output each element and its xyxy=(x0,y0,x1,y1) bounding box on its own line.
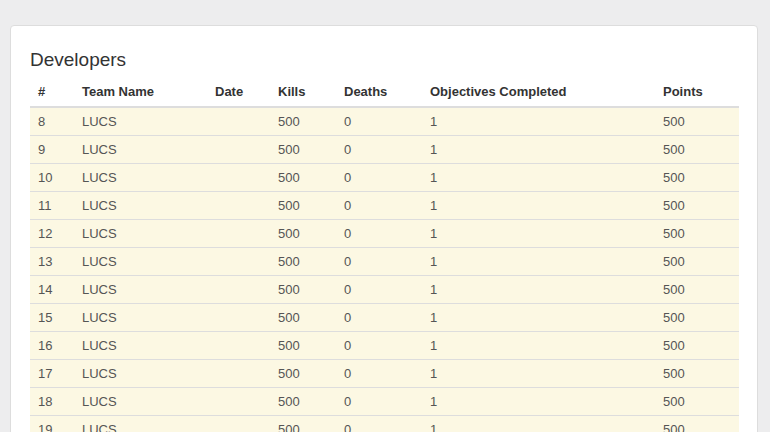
table-row: 16LUCS50001500 xyxy=(30,332,739,360)
cell-objectives_completed: 1 xyxy=(422,136,655,164)
cell-kills: 500 xyxy=(270,220,336,248)
cell-points: 500 xyxy=(655,164,739,192)
cell-deaths: 0 xyxy=(336,388,422,416)
cell-kills: 500 xyxy=(270,360,336,388)
cell-kills: 500 xyxy=(270,388,336,416)
cell-team_name: LUCS xyxy=(74,164,207,192)
cell-rank: 9 xyxy=(30,136,74,164)
cell-team_name: LUCS xyxy=(74,248,207,276)
cell-deaths: 0 xyxy=(336,164,422,192)
cell-points: 500 xyxy=(655,248,739,276)
cell-rank: 12 xyxy=(30,220,74,248)
cell-team_name: LUCS xyxy=(74,416,207,432)
page-background: Developers #Team NameDateKillsDeathsObje… xyxy=(0,0,770,432)
cell-team_name: LUCS xyxy=(74,220,207,248)
table-row: 12LUCS50001500 xyxy=(30,220,739,248)
column-header-kills: Kills xyxy=(270,78,336,107)
table-row: 17LUCS50001500 xyxy=(30,360,739,388)
table-row: 10LUCS50001500 xyxy=(30,164,739,192)
cell-date xyxy=(207,192,270,220)
cell-date xyxy=(207,136,270,164)
cell-date xyxy=(207,248,270,276)
cell-points: 500 xyxy=(655,388,739,416)
cell-deaths: 0 xyxy=(336,248,422,276)
table-row: 8LUCS50001500 xyxy=(30,107,739,136)
cell-team_name: LUCS xyxy=(74,107,207,136)
cell-objectives_completed: 1 xyxy=(422,416,655,432)
cell-rank: 14 xyxy=(30,276,74,304)
cell-deaths: 0 xyxy=(336,332,422,360)
cell-rank: 10 xyxy=(30,164,74,192)
cell-kills: 500 xyxy=(270,136,336,164)
cell-date xyxy=(207,107,270,136)
cell-objectives_completed: 1 xyxy=(422,164,655,192)
column-header-deaths: Deaths xyxy=(336,78,422,107)
cell-date xyxy=(207,304,270,332)
cell-team_name: LUCS xyxy=(74,192,207,220)
table-row: 18LUCS50001500 xyxy=(30,388,739,416)
cell-deaths: 0 xyxy=(336,276,422,304)
cell-points: 500 xyxy=(655,276,739,304)
cell-points: 500 xyxy=(655,192,739,220)
cell-kills: 500 xyxy=(270,332,336,360)
cell-objectives_completed: 1 xyxy=(422,304,655,332)
cell-points: 500 xyxy=(655,107,739,136)
cell-kills: 500 xyxy=(270,304,336,332)
column-header-points: Points xyxy=(655,78,739,107)
cell-date xyxy=(207,388,270,416)
cell-team_name: LUCS xyxy=(74,304,207,332)
leaderboard-panel: Developers #Team NameDateKillsDeathsObje… xyxy=(10,25,758,432)
cell-rank: 19 xyxy=(30,416,74,432)
table-row: 13LUCS50001500 xyxy=(30,248,739,276)
table-row: 15LUCS50001500 xyxy=(30,304,739,332)
table-header-row: #Team NameDateKillsDeathsObjectives Comp… xyxy=(30,78,739,107)
table-header: #Team NameDateKillsDeathsObjectives Comp… xyxy=(30,78,739,107)
cell-points: 500 xyxy=(655,332,739,360)
cell-kills: 500 xyxy=(270,192,336,220)
table-row: 11LUCS50001500 xyxy=(30,192,739,220)
cell-deaths: 0 xyxy=(336,360,422,388)
cell-date xyxy=(207,360,270,388)
cell-rank: 13 xyxy=(30,248,74,276)
cell-objectives_completed: 1 xyxy=(422,276,655,304)
cell-rank: 11 xyxy=(30,192,74,220)
cell-rank: 8 xyxy=(30,107,74,136)
cell-objectives_completed: 1 xyxy=(422,360,655,388)
table-row: 14LUCS50001500 xyxy=(30,276,739,304)
leaderboard-table: #Team NameDateKillsDeathsObjectives Comp… xyxy=(30,78,739,432)
cell-kills: 500 xyxy=(270,107,336,136)
cell-points: 500 xyxy=(655,220,739,248)
cell-date xyxy=(207,276,270,304)
cell-deaths: 0 xyxy=(336,416,422,432)
table-row: 19LUCS50001500 xyxy=(30,416,739,432)
cell-points: 500 xyxy=(655,136,739,164)
cell-date xyxy=(207,332,270,360)
cell-rank: 15 xyxy=(30,304,74,332)
column-header-date: Date xyxy=(207,78,270,107)
cell-rank: 16 xyxy=(30,332,74,360)
page-title: Developers xyxy=(30,49,739,70)
cell-rank: 18 xyxy=(30,388,74,416)
column-header-objectives_completed: Objectives Completed xyxy=(422,78,655,107)
cell-team_name: LUCS xyxy=(74,136,207,164)
cell-deaths: 0 xyxy=(336,192,422,220)
cell-rank: 17 xyxy=(30,360,74,388)
table-body: 8LUCS500015009LUCS5000150010LUCS50001500… xyxy=(30,107,739,432)
cell-objectives_completed: 1 xyxy=(422,107,655,136)
cell-objectives_completed: 1 xyxy=(422,192,655,220)
cell-team_name: LUCS xyxy=(74,388,207,416)
cell-kills: 500 xyxy=(270,164,336,192)
cell-objectives_completed: 1 xyxy=(422,332,655,360)
table-row: 9LUCS50001500 xyxy=(30,136,739,164)
column-header-rank: # xyxy=(30,78,74,107)
column-header-team_name: Team Name xyxy=(74,78,207,107)
cell-team_name: LUCS xyxy=(74,360,207,388)
cell-points: 500 xyxy=(655,416,739,432)
cell-objectives_completed: 1 xyxy=(422,220,655,248)
cell-objectives_completed: 1 xyxy=(422,248,655,276)
cell-points: 500 xyxy=(655,304,739,332)
cell-deaths: 0 xyxy=(336,136,422,164)
cell-date xyxy=(207,164,270,192)
cell-kills: 500 xyxy=(270,416,336,432)
cell-team_name: LUCS xyxy=(74,332,207,360)
